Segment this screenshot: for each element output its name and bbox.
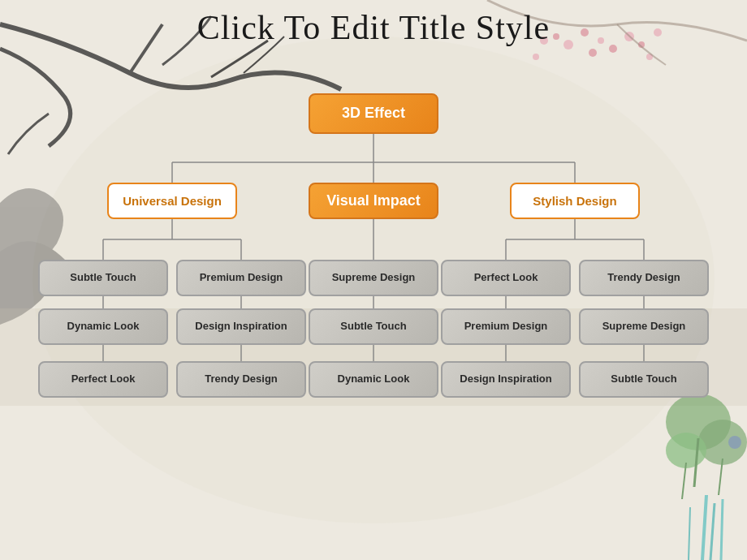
col4-row1[interactable]: Supreme Design <box>579 308 709 345</box>
col4-row2[interactable]: Subtle Touch <box>579 361 709 398</box>
col1-row1[interactable]: Design Inspiration <box>176 308 306 345</box>
col3-row1[interactable]: Premium Design <box>441 308 571 345</box>
page-content: Click To Edit Title Style <box>0 0 747 560</box>
col2-row2[interactable]: Dynamic Look <box>309 361 438 398</box>
level1-node-2[interactable]: Stylish Design <box>510 183 640 219</box>
org-chart: 3D Effect Universal Design Visual Impact… <box>16 89 731 544</box>
col1-row0[interactable]: Premium Design <box>176 260 306 296</box>
col0-row2[interactable]: Perfect Look <box>38 361 168 398</box>
col0-row1[interactable]: Dynamic Look <box>38 308 168 345</box>
col3-row2[interactable]: Design Inspiration <box>441 361 571 398</box>
col2-row1[interactable]: Subtle Touch <box>309 308 438 345</box>
col3-row0[interactable]: Perfect Look <box>441 260 571 296</box>
col1-row2[interactable]: Trendy Design <box>176 361 306 398</box>
page-title[interactable]: Click To Edit Title Style <box>0 0 747 47</box>
col2-row0[interactable]: Supreme Design <box>309 260 438 296</box>
level1-node-0[interactable]: Universal Design <box>107 183 237 219</box>
root-node[interactable]: 3D Effect <box>309 93 438 134</box>
col0-row0[interactable]: Subtle Touch <box>38 260 168 296</box>
level1-node-1[interactable]: Visual Impact <box>309 183 438 219</box>
col4-row0[interactable]: Trendy Design <box>579 260 709 296</box>
